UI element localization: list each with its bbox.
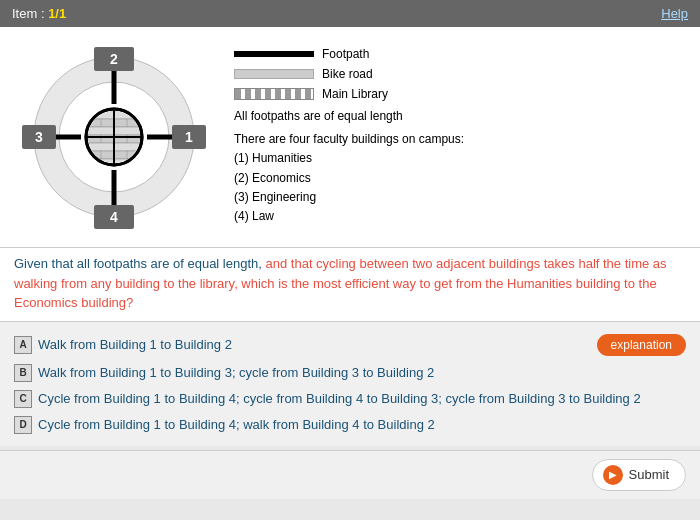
answer-badge-b: B [14,364,32,382]
submit-label: Submit [629,467,669,482]
answer-text-c: Cycle from Building 1 to Building 4; cyc… [38,391,641,406]
svg-text:2: 2 [110,51,118,67]
footpath-icon [234,51,314,57]
explanation-button[interactable]: explanation [597,334,686,356]
building-1: (1) Humanities [234,149,686,168]
answer-badge-a: A [14,336,32,354]
building-3: (3) Engineering [234,188,686,207]
building-4: (4) Law [234,207,686,226]
main-library-label: Main Library [322,87,388,101]
bike-road-icon [234,69,314,79]
legend-main-library: Main Library [234,87,686,101]
question-section: Given that all footpaths are of equal le… [0,248,700,322]
svg-text:4: 4 [110,209,118,225]
legend-footpath: Footpath [234,47,686,61]
question-intro: Given that all footpaths are of equal le… [14,256,266,271]
main-library-icon [234,88,314,100]
svg-text:3: 3 [35,129,43,145]
answer-badge-c: C [14,390,32,408]
answers-section: A Walk from Building 1 to Building 2 exp… [0,322,700,446]
answer-row-a: A Walk from Building 1 to Building 2 exp… [14,330,686,360]
answer-text-b: Walk from Building 1 to Building 3; cycl… [38,365,434,380]
answer-row-d: D Cycle from Building 1 to Building 4; w… [14,412,686,438]
note1: All footpaths are of equal length [234,107,686,126]
item-counter: Item : 1/1 [12,6,66,21]
answer-badge-d: D [14,416,32,434]
svg-text:1: 1 [185,129,193,145]
submit-button[interactable]: ▶ Submit [592,459,686,491]
footpath-label: Footpath [322,47,369,61]
campus-diagram: 2 1 4 3 [14,37,214,237]
footer: ▶ Submit [0,450,700,499]
header: Item : 1/1 Help [0,0,700,27]
answer-row-c: C Cycle from Building 1 to Building 4; c… [14,386,686,412]
note2: There are four faculty buildings on camp… [234,130,686,149]
building-2: (2) Economics [234,169,686,188]
legend-notes: All footpaths are of equal length There … [234,107,686,226]
answer-text-a: Walk from Building 1 to Building 2 [38,337,232,352]
submit-icon: ▶ [603,465,623,485]
help-link[interactable]: Help [661,6,688,21]
answer-row-b: B Walk from Building 1 to Building 3; cy… [14,360,686,386]
answer-text-d: Cycle from Building 1 to Building 4; wal… [38,417,435,432]
question-text: Given that all footpaths are of equal le… [14,254,686,313]
legend: Footpath Bike road Main Library All foot… [234,37,686,226]
bike-road-label: Bike road [322,67,373,81]
legend-bike-road: Bike road [234,67,686,81]
main-content: 2 1 4 3 Footpath Bike road [0,27,700,248]
